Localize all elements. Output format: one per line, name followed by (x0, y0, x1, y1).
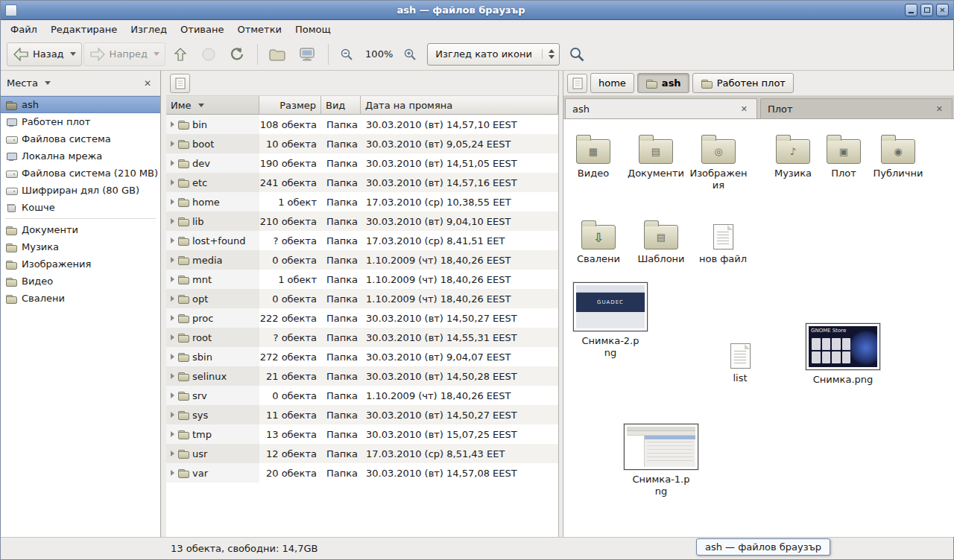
home-button[interactable] (263, 42, 291, 66)
column-header-size[interactable]: Размер (259, 96, 321, 115)
file-item[interactable]: GNOME Store Снимка.png (806, 323, 880, 386)
menu-item[interactable]: Отметки (230, 22, 288, 37)
expander-icon[interactable] (171, 354, 174, 360)
folder-item[interactable]: ⇩Свалени (567, 215, 630, 265)
path-button[interactable]: ash (637, 73, 689, 93)
sidebar-item[interactable]: Музика (1, 238, 160, 255)
expander-icon[interactable] (171, 315, 174, 321)
reload-button[interactable] (224, 42, 250, 66)
folder-item[interactable]: ◉Публични (867, 130, 929, 179)
table-row[interactable]: mnt1 обектПапка1.10.2009 (чт) 18,40,26 E… (166, 270, 558, 289)
sidebar-item[interactable]: Изображения (1, 255, 160, 273)
file-item[interactable]: list (715, 334, 765, 384)
menu-item[interactable]: Отиване (174, 22, 230, 37)
search-button[interactable] (563, 42, 591, 66)
table-row[interactable]: media0 обектаПапка1.10.2009 (чт) 18,40,2… (166, 250, 558, 270)
up-button[interactable] (167, 42, 194, 66)
sidebar-item[interactable]: Шифриран дял (80 GB) (1, 182, 160, 199)
expander-icon[interactable] (171, 121, 174, 127)
table-row[interactable]: home1 обектПапка17.03.2010 (ср) 10,38,55… (166, 192, 558, 211)
menu-item[interactable]: Помощ (288, 22, 338, 37)
folder-item[interactable]: ▣Плот (812, 130, 875, 179)
table-row[interactable]: lost+found? обектаПапка17.03.2010 (ср) 8… (166, 231, 558, 250)
expander-icon[interactable] (171, 470, 174, 476)
sidebar-item[interactable]: ash (1, 96, 160, 113)
sidebar-close-button[interactable]: ✕ (141, 77, 154, 89)
forward-button[interactable]: Напред (83, 42, 165, 66)
sidebar-item[interactable]: Работен плот (1, 113, 160, 130)
table-row[interactable]: proc222 обектаПапка30.03.2010 (вт) 14,50… (166, 308, 558, 328)
folder-item[interactable]: ▦Видео (563, 130, 625, 179)
table-row[interactable]: sys11 обектаПапка30.03.2010 (вт) 14,50,2… (166, 405, 558, 424)
file-item[interactable]: нов файл (692, 215, 754, 265)
table-row[interactable]: opt0 обектаПапка1.10.2009 (чт) 18,40,26 … (166, 289, 558, 308)
tab[interactable]: ash✕ (565, 98, 757, 118)
sidebar-item[interactable]: Кошче (1, 199, 160, 216)
expander-icon[interactable] (171, 218, 174, 224)
table-row[interactable]: tmp13 обектаПапка30.03.2010 (вт) 15,07,2… (166, 424, 558, 444)
expander-icon[interactable] (171, 392, 174, 398)
table-row[interactable]: boot10 обектаПапка30.03.2010 (вт) 9,05,2… (166, 134, 558, 153)
back-button[interactable]: Назад (7, 42, 82, 66)
pane-splitter[interactable] (558, 71, 563, 537)
column-header-date[interactable]: Дата на промяна (361, 96, 558, 115)
computer-button[interactable] (293, 42, 321, 66)
expander-icon[interactable] (171, 257, 174, 263)
stop-button[interactable] (195, 42, 222, 66)
expander-icon[interactable] (171, 276, 174, 282)
folder-item[interactable]: ▤Документи (625, 130, 687, 179)
expander-icon[interactable] (171, 412, 174, 418)
expander-icon[interactable] (171, 160, 174, 166)
titlebar[interactable]: ash — файлов браузър ✕ (1, 1, 953, 20)
expander-icon[interactable] (171, 334, 174, 340)
table-row[interactable]: root? обектаПапка30.03.2010 (вт) 14,55,3… (166, 328, 558, 347)
folder-item[interactable]: ▤Шаблони (630, 215, 692, 265)
expander-icon[interactable] (171, 373, 174, 379)
column-header-kind[interactable]: Вид (321, 96, 361, 115)
table-row[interactable]: srv0 обектаПапка1.10.2009 (чт) 18,40,26 … (166, 386, 558, 405)
sidebar-item[interactable]: Свалени (1, 290, 160, 307)
expander-icon[interactable] (171, 199, 174, 205)
zoom-out-button[interactable] (334, 42, 359, 66)
icon-area[interactable]: нов файл GUADEC Снимка-2.png list (563, 120, 954, 537)
menu-item[interactable]: Файл (4, 22, 44, 37)
table-row[interactable]: lib210 обектаПапка30.03.2010 (вт) 9,04,1… (166, 211, 558, 231)
column-header-name[interactable]: Име (166, 96, 259, 115)
close-tab-icon[interactable]: ✕ (739, 104, 750, 114)
path-button[interactable]: Работен плот (692, 73, 794, 93)
back-history-chevron-icon[interactable] (70, 52, 76, 56)
expander-icon[interactable] (171, 296, 174, 302)
menu-item[interactable]: Изглед (124, 22, 174, 37)
sidebar-item[interactable]: Файлова система (1, 130, 160, 147)
expander-icon[interactable] (171, 451, 174, 456)
table-row[interactable]: selinux21 обектаПапка30.03.2010 (вт) 14,… (166, 366, 558, 386)
close-button[interactable]: ✕ (936, 4, 949, 16)
maximize-button[interactable] (920, 4, 933, 16)
location-toggle-button[interactable] (567, 74, 587, 93)
table-row[interactable]: var20 обектаПапка30.03.2010 (вт) 14,57,0… (166, 463, 558, 483)
sidebar-splitter[interactable] (161, 71, 166, 537)
file-item[interactable]: Снимка-1.png (624, 424, 698, 498)
close-tab-icon[interactable]: ✕ (934, 104, 945, 114)
expander-icon[interactable] (171, 179, 174, 185)
folder-item[interactable]: ◎Изображения (687, 130, 750, 192)
sidebar-item[interactable]: Файлова система (210 MB) (1, 165, 160, 182)
table-row[interactable]: sbin272 обектаПапка30.03.2010 (вт) 9,04,… (166, 347, 558, 366)
sidebar-item[interactable]: Документи (1, 221, 160, 238)
view-mode-select[interactable]: Изглед като икони (427, 43, 560, 66)
table-row[interactable]: usr12 обектаПапка17.03.2010 (ср) 8,51,43… (166, 444, 558, 463)
zoom-in-button[interactable] (397, 42, 423, 66)
table-row[interactable]: bin108 обектаПапка30.03.2010 (вт) 14,57,… (166, 115, 558, 134)
path-button[interactable]: home (590, 73, 634, 93)
table-row[interactable]: dev190 обектаПапка30.03.2010 (вт) 14,51,… (166, 153, 558, 173)
minimize-button[interactable] (905, 4, 917, 16)
tab[interactable]: Плот✕ (760, 98, 953, 118)
table-row[interactable]: etc241 обектаПапка30.03.2010 (вт) 14,57,… (166, 173, 558, 192)
expander-icon[interactable] (171, 431, 174, 437)
location-toggle-button[interactable] (170, 74, 190, 93)
menu-item[interactable]: Редактиране (44, 22, 124, 37)
expander-icon[interactable] (171, 141, 174, 147)
sidebar-item[interactable]: Локална мрежа (1, 147, 160, 165)
sidebar-item[interactable]: Видео (1, 273, 160, 290)
file-item[interactable]: GUADEC Снимка-2.png (573, 282, 648, 360)
